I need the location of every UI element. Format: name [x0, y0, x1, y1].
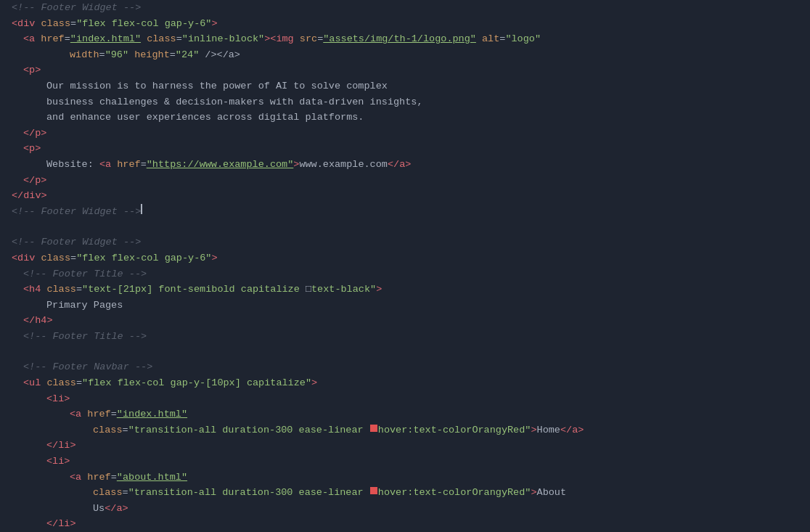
code-line: <!-- Footer Widget -->	[0, 234, 810, 250]
code-line: Primary Pages	[0, 298, 810, 314]
code-line: <h4 class="text-[21px] font-semibold cap…	[0, 282, 810, 298]
code-line: <!-- Footer Widget -->	[0, 0, 810, 16]
code-line: </p>	[0, 126, 810, 142]
code-line: Website: <a href="https://www.example.co…	[0, 157, 810, 173]
code-line: <li>	[0, 391, 810, 407]
code-line: </li>	[0, 438, 810, 454]
color-swatch	[370, 487, 377, 494]
code-line: class="transition-all duration-300 ease-…	[0, 422, 810, 438]
color-swatch	[370, 425, 377, 432]
code-line	[0, 344, 810, 359]
code-line: width="96" height="24" /></a>	[0, 47, 810, 63]
code-text	[35, 16, 41, 32]
code-line: business challenges & decision-makers wi…	[0, 94, 810, 110]
code-line: <a href="index.html" class="inline-block…	[0, 31, 810, 47]
tag: <div	[12, 16, 35, 32]
code-line: and enhance user experiences across digi…	[0, 110, 810, 126]
code-line: <!-- Footer Title -->	[0, 329, 810, 345]
code-line: <!-- Footer Title -->	[0, 266, 810, 282]
code-line: <!-- Footer Widget -->	[0, 204, 810, 220]
code-line: <a href="index.html"	[0, 406, 810, 422]
code-line: </li>	[0, 516, 810, 532]
code-line: <p>	[0, 62, 810, 78]
attr: class	[41, 16, 71, 32]
code-line: Our mission is to harness the power of A…	[0, 78, 810, 94]
code-line: <li>	[0, 454, 810, 470]
comment-text: <!-- Footer Widget -->	[12, 0, 141, 16]
code-line: <!-- Footer Navbar -->	[0, 359, 810, 375]
code-line: <div class="flex flex-col gap-y-6">	[0, 250, 810, 266]
code-line: </h4>	[0, 313, 810, 329]
code-editor: <!-- Footer Widget --> <div class="flex …	[0, 0, 810, 532]
code-line: <div class="flex flex-col gap-y-6">	[0, 16, 810, 32]
code-line: Us</a>	[0, 501, 810, 517]
code-line: <a href="about.html"	[0, 470, 810, 486]
text-cursor	[141, 204, 142, 214]
code-line: <p>	[0, 141, 810, 157]
code-line	[0, 219, 810, 234]
code-line: </p>	[0, 173, 810, 189]
code-line: <ul class="flex flex-col gap-y-[10px] ca…	[0, 375, 810, 391]
code-line: class="transition-all duration-300 ease-…	[0, 485, 810, 501]
code-line: </div>	[0, 188, 810, 204]
